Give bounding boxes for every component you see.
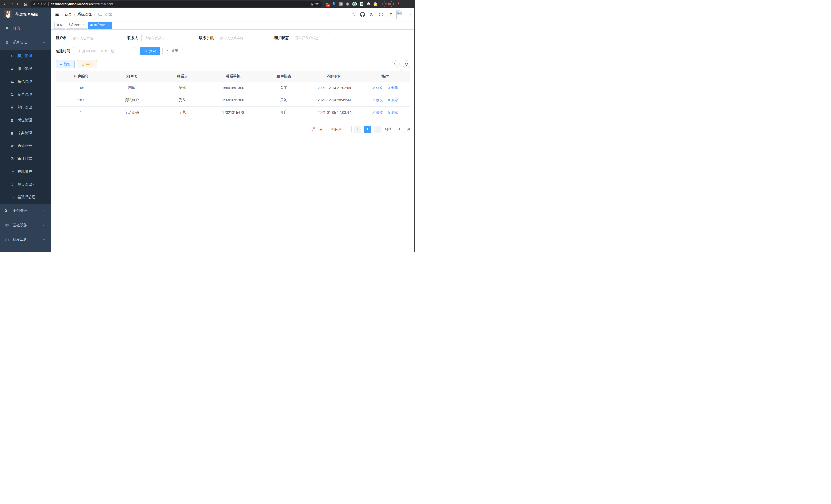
add-button[interactable]: + 新增: [56, 60, 75, 68]
sidebar-item-label: 岗位管理: [18, 118, 32, 122]
breadcrumb-home[interactable]: 首页: [64, 12, 72, 17]
tags-view: 首页 部门管理 × 租户管理 ×: [51, 21, 416, 30]
mobile-input[interactable]: [220, 36, 263, 40]
status-select[interactable]: 请选择租户状态: [292, 34, 339, 42]
filter-status: 租户状态 请选择租户状态: [275, 34, 339, 42]
extension-recorder-icon[interactable]: [345, 2, 350, 6]
font-size-icon[interactable]: TT: [387, 11, 393, 17]
tenant-name-input[interactable]: [73, 36, 116, 40]
header-search-icon[interactable]: [350, 11, 356, 17]
close-icon[interactable]: ×: [83, 23, 85, 27]
sidebar-item-menu[interactable]: 菜单管理: [0, 88, 51, 101]
sidebar-item-post[interactable]: 岗位管理: [0, 114, 51, 127]
extension-chat-icon[interactable]: [359, 2, 364, 6]
page-number-1[interactable]: 1: [364, 126, 371, 133]
cell-mobile: 15601691300: [208, 82, 258, 94]
share-icon[interactable]: [309, 1, 314, 7]
cell-actions: 修改 删除: [360, 82, 410, 94]
chevron-down-icon: [344, 128, 347, 130]
tag-home[interactable]: 首页: [55, 22, 65, 29]
close-icon[interactable]: ×: [107, 23, 110, 27]
delete-link[interactable]: 删除: [387, 98, 398, 102]
sidebar-logo[interactable]: 芋道管理系统: [0, 8, 51, 21]
breadcrumb-current: 租户管理: [97, 12, 112, 17]
goto-page-input[interactable]: [394, 126, 405, 133]
bookmark-star-icon[interactable]: [314, 1, 319, 7]
search-button[interactable]: 搜索: [140, 47, 160, 55]
sidebar-item-dict[interactable]: 字典管理: [0, 127, 51, 140]
sidebar-item-label: 系统管理: [13, 40, 27, 45]
sidebar-item-user[interactable]: 用户管理: [0, 62, 51, 75]
sidebar-item-label: 支付管理: [13, 209, 27, 213]
pagination: 共 3 条 10条/页 1 前往: [56, 126, 410, 133]
export-button[interactable]: 导出: [77, 60, 97, 68]
roles-users-icon: [10, 80, 16, 84]
toggle-search-button[interactable]: [392, 60, 400, 68]
sidebar-item-role[interactable]: 角色管理: [0, 75, 51, 88]
date-range-picker[interactable]: 开始日期 - 结束日期: [73, 47, 135, 55]
browser-forward-icon[interactable]: [9, 1, 16, 7]
sidebar-item-dept[interactable]: 部门管理: [0, 101, 51, 114]
browser-menu-icon[interactable]: •••: [398, 2, 399, 6]
sidebar-item-online-users[interactable]: 在线用户: [0, 165, 51, 178]
prev-page-button[interactable]: [354, 126, 361, 133]
sidebar-item-error-code[interactable]: 错误码管理: [0, 191, 51, 204]
hamburger-icon[interactable]: [55, 12, 60, 17]
chevron-up-icon: [42, 41, 46, 44]
browser-home-icon[interactable]: [22, 1, 29, 7]
page-suffix: 页: [407, 127, 410, 131]
col-actions: 操作: [360, 71, 410, 82]
extension-balloon-icon[interactable]: [332, 2, 336, 6]
browser-reload-icon[interactable]: [16, 1, 22, 7]
address-bar[interactable]: 不安全 dashboard.yudao.iocoder.cn/system/te…: [30, 1, 322, 7]
trash-icon: [387, 111, 390, 114]
edit-link[interactable]: 修改: [372, 86, 382, 90]
next-page-button[interactable]: [374, 126, 381, 133]
sidebar-item-system[interactable]: 系统管理: [0, 35, 51, 50]
delete-link[interactable]: 删除: [387, 86, 398, 90]
select-placeholder: 请选择租户状态: [295, 36, 319, 40]
logo-image: [4, 10, 12, 19]
page-size-select[interactable]: 10条/页: [326, 126, 351, 133]
github-icon[interactable]: [360, 11, 365, 17]
edit-link[interactable]: 修改: [372, 98, 382, 102]
extension-badge: 10: [326, 4, 330, 7]
help-icon[interactable]: [369, 11, 374, 17]
sidebar-item-home[interactable]: 首页: [0, 21, 51, 35]
cell-mobile: 15601691300: [208, 94, 258, 106]
sidebar-item-tenant[interactable]: 租户管理: [0, 50, 51, 62]
sidebar-item-dev-tools[interactable]: 研发工具: [0, 233, 51, 247]
extension-pinned-icon[interactable]: 10: [324, 2, 329, 6]
delete-link[interactable]: 删除: [387, 110, 398, 115]
extensions-area: 10 ⌘ y 更新 •••: [324, 1, 399, 7]
browser-toolbar: 不安全 dashboard.yudao.iocoder.cn/system/te…: [0, 0, 416, 8]
goto-page: 前往 页: [385, 126, 410, 133]
extension-y-icon[interactable]: y: [352, 2, 357, 6]
date-separator: -: [98, 49, 99, 53]
contact-input[interactable]: [145, 36, 188, 40]
extensions-puzzle-icon[interactable]: [366, 2, 371, 6]
sidebar-item-sms[interactable]: 短信管理: [0, 178, 51, 191]
sidebar-item-infra[interactable]: 基础设施: [0, 218, 51, 233]
reset-button[interactable]: 重置: [163, 47, 182, 55]
date-end-placeholder: 结束日期: [101, 49, 114, 53]
browser-update-button[interactable]: 更新: [382, 1, 394, 7]
sidebar-item-audit-log[interactable]: 审计日志: [0, 152, 51, 165]
refresh-table-button[interactable]: [403, 60, 410, 68]
fullscreen-icon[interactable]: [378, 11, 384, 17]
user-avatar-menu[interactable]: [397, 9, 411, 19]
cell-tenant-name: 测试: [106, 82, 157, 94]
filter-label: 创建时间: [56, 49, 70, 53]
dashboard-icon: [5, 26, 11, 30]
browser-back-icon[interactable]: [2, 1, 9, 7]
window-scrollbar[interactable]: [414, 8, 416, 252]
warning-icon: [33, 3, 36, 6]
tag-tenant-active[interactable]: 租户管理 ×: [88, 22, 112, 29]
security-indicator[interactable]: 不安全: [33, 2, 49, 6]
edit-link[interactable]: 修改: [372, 110, 382, 115]
tag-dept[interactable]: 部门管理 ×: [66, 22, 87, 29]
sidebar-item-pay[interactable]: ¥ 支付管理: [0, 204, 51, 218]
extension-command-icon[interactable]: ⌘: [338, 2, 343, 6]
profile-avatar-icon[interactable]: [373, 2, 378, 6]
sidebar-item-notice[interactable]: 通知公告: [0, 140, 51, 152]
